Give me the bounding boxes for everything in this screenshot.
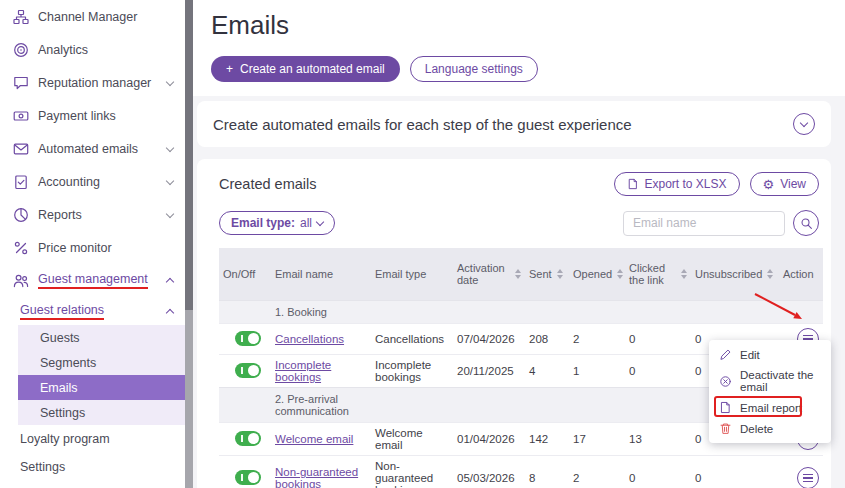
email-toggle[interactable] (235, 363, 261, 378)
email-name-link[interactable]: Non-guaranteed bookings (275, 466, 358, 488)
collapse-banner-button[interactable] (793, 113, 815, 135)
chevron-up-icon (166, 278, 174, 286)
sort-icon[interactable] (515, 269, 521, 279)
sidebar-item-analytics[interactable]: Analytics (0, 33, 185, 66)
col-email-type: Email type (371, 248, 453, 300)
menu-item-deactivate[interactable]: Deactivate the email (709, 365, 831, 397)
page-header: Emails + Create an automated email Langu… (193, 0, 845, 96)
clipboard-icon (12, 173, 29, 190)
col-clicked[interactable]: Clicked the link (625, 248, 691, 300)
chevron-up-icon (166, 308, 174, 316)
scrollbar-thumb[interactable] (185, 0, 193, 310)
sidebar-item-price-monitor[interactable]: Price monitor (0, 231, 185, 264)
row-actions-menu: Edit Deactivate the email Email report D… (709, 340, 831, 443)
sidebar-item-accounting[interactable]: Accounting (0, 165, 185, 198)
row-actions-button[interactable] (797, 467, 819, 488)
email-name-link[interactable]: Incomplete bookings (275, 359, 331, 383)
deactivate-icon (719, 375, 732, 388)
search-button[interactable] (793, 210, 819, 236)
view-button[interactable]: ⚙ View (750, 172, 819, 196)
annotation-underline: Guest relations (20, 303, 104, 320)
sidebar-scrollbar[interactable] (185, 0, 193, 488)
sidebar-item-automated-emails[interactable]: Automated emails (0, 132, 185, 165)
chevron-down-icon (166, 209, 174, 217)
menu-item-edit[interactable]: Edit (709, 344, 831, 365)
annotation-underline: Guest management (38, 272, 148, 289)
sidebar-item-guest-management[interactable]: Guest management (0, 264, 185, 297)
sort-icon[interactable] (767, 269, 773, 279)
email-toggle[interactable] (235, 431, 261, 446)
chevron-down-icon (316, 218, 324, 226)
email-toggle[interactable] (235, 331, 261, 346)
sidebar-item-channel-manager[interactable]: Channel Manager (0, 0, 185, 33)
guest-experience-banner: Create automated emails for each step of… (197, 101, 831, 147)
sidebar: Channel Manager Analytics Reputation man… (0, 0, 185, 488)
page-title: Emails (211, 10, 827, 41)
sidebar-item-reports[interactable]: Reports (0, 198, 185, 231)
menu-item-delete[interactable]: Delete (709, 418, 831, 439)
col-activation-date[interactable]: Activation date (453, 248, 525, 300)
sidebar-item-segments[interactable]: Segments (18, 350, 185, 375)
sidebar-item-payment-links[interactable]: Payment links (0, 99, 185, 132)
sidebar-item-guest-relations[interactable]: Guest relations (0, 297, 185, 325)
banknote-icon (12, 107, 29, 124)
col-action: Action (779, 248, 823, 300)
report-icon (719, 401, 732, 414)
sort-icon[interactable] (681, 269, 687, 279)
percent-icon (12, 239, 29, 256)
chevron-down-icon (166, 77, 174, 85)
sidebar-item-loyalty-program[interactable]: Loyalty program (0, 425, 185, 453)
section-row: 1. Booking (219, 300, 823, 323)
email-name-link[interactable]: Welcome email (275, 433, 353, 445)
col-onoff: On/Off (219, 248, 271, 300)
chevron-down-icon (800, 119, 808, 127)
col-email-name: Email name (271, 248, 371, 300)
card-title: Created emails (219, 176, 317, 192)
sidebar-item-settings[interactable]: Settings (0, 453, 185, 481)
sidebar-item-emails[interactable]: Emails (18, 375, 185, 400)
pie-icon (12, 206, 29, 223)
chevron-down-icon (166, 176, 174, 184)
file-icon (627, 178, 639, 190)
sort-icon[interactable] (557, 269, 563, 279)
email-name-search-input[interactable] (623, 211, 785, 236)
sidebar-item-settings-sub[interactable]: Settings (18, 400, 185, 425)
language-settings-button[interactable]: Language settings (410, 56, 538, 82)
sidebar-item-guests[interactable]: Guests (18, 325, 185, 350)
envelope-icon (12, 140, 29, 157)
chat-icon (12, 74, 29, 91)
sitemap-icon (12, 8, 29, 25)
col-sent[interactable]: Sent (525, 248, 569, 300)
sort-icon[interactable] (617, 269, 623, 279)
banner-text: Create automated emails for each step of… (213, 116, 632, 133)
col-unsubscribed[interactable]: Unsubscribed (691, 248, 779, 300)
export-xlsx-button[interactable]: Export to XLSX (614, 172, 740, 196)
radar-icon (12, 41, 29, 58)
trash-icon (719, 422, 732, 435)
plus-icon: + (226, 62, 233, 76)
table-row: Non-guaranteed bookings Non-guaranteed b… (219, 455, 823, 488)
chevron-down-icon (166, 143, 174, 151)
people-icon (12, 272, 29, 289)
table-header: On/Off Email name Email type Activation … (219, 248, 823, 300)
menu-item-email-report[interactable]: Email report (709, 397, 831, 418)
email-type-filter[interactable]: Email type: all (219, 211, 335, 235)
email-name-link[interactable]: Cancellations (275, 333, 344, 345)
pencil-icon (719, 348, 732, 361)
create-automated-email-button[interactable]: + Create an automated email (211, 56, 400, 82)
col-opened[interactable]: Opened (569, 248, 625, 300)
gear-icon: ⚙ (763, 178, 775, 191)
email-toggle[interactable] (235, 470, 261, 485)
sidebar-item-reputation-manager[interactable]: Reputation manager (0, 66, 185, 99)
search-icon (800, 217, 813, 230)
